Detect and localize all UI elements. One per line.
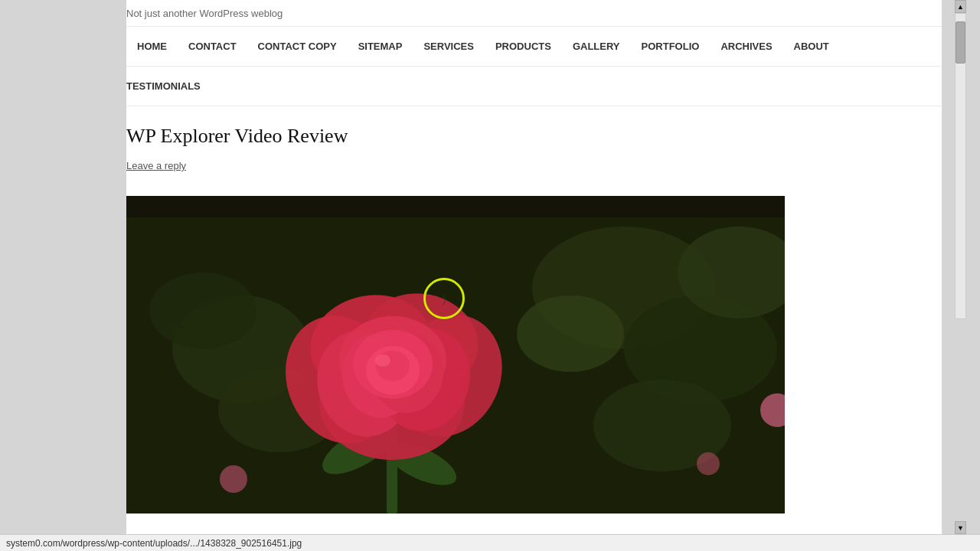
post-featured-image: 〉 [126, 196, 785, 514]
site-tagline: Not just another WordPress weblog [126, 8, 283, 19]
post-content: WP Explorer Video Review Leave a reply [126, 106, 942, 514]
nav-gallery[interactable]: GALLERY [562, 27, 631, 66]
svg-point-29 [375, 354, 390, 367]
post-title: WP Explorer Video Review [126, 125, 942, 148]
right-gutter: ▲ ▼ [942, 0, 980, 534]
browser-window: ▲ ▼ Not just another WordPress weblog HO… [0, 0, 980, 551]
svg-point-12 [697, 452, 720, 475]
page-content: Not just another WordPress weblog HOME C… [126, 0, 942, 534]
status-bar: system0.com/wordpress/wp-content/uploads… [0, 534, 980, 551]
nav-contact-copy[interactable]: CONTACT COPY [247, 27, 348, 66]
svg-point-8 [517, 295, 624, 372]
nav-about[interactable]: ABOUT [783, 27, 840, 66]
nav-home[interactable]: HOME [126, 27, 178, 66]
nav-products[interactable]: PRODUCTS [485, 27, 562, 66]
svg-rect-1 [126, 196, 785, 217]
leave-reply-link[interactable]: Leave a reply [126, 160, 186, 171]
svg-point-11 [220, 465, 247, 493]
nav-testimonials[interactable]: TESTIMONIALS [126, 67, 201, 106]
scrollbar-track[interactable] [955, 13, 966, 319]
svg-point-7 [149, 272, 256, 349]
nav-portfolio[interactable]: PORTFOLIO [631, 27, 710, 66]
nav-contact[interactable]: CONTACT [178, 27, 247, 66]
nav-archives[interactable]: ARCHIVES [710, 27, 782, 66]
scrollbar-down-arrow[interactable]: ▼ [955, 521, 966, 534]
left-gutter [0, 0, 126, 551]
rose-illustration [126, 196, 785, 514]
nav-sitemap[interactable]: SITEMAP [348, 27, 413, 66]
nav-services[interactable]: SERVICES [413, 27, 485, 66]
primary-nav: HOME CONTACT CONTACT COPY SITEMAP SERVIC… [126, 27, 942, 67]
status-url: system0.com/wordpress/wp-content/uploads… [6, 538, 302, 549]
site-tagline-bar: Not just another WordPress weblog [126, 0, 942, 27]
secondary-nav: TESTIMONIALS [126, 67, 942, 106]
scrollbar-thumb[interactable] [956, 21, 965, 64]
scrollbar-up-arrow[interactable]: ▲ [955, 0, 966, 13]
